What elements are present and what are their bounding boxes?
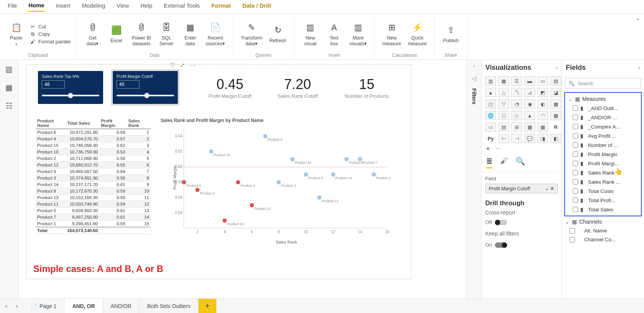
collapse-ribbon-button[interactable]: ⌃: [636, 18, 640, 24]
data-point[interactable]: [236, 180, 240, 185]
more-icon[interactable]: ⋯: [191, 62, 196, 69]
ribbon-tab-home[interactable]: Home: [28, 2, 44, 12]
viz-type-icon[interactable]: ▲: [485, 88, 496, 97]
col-header[interactable]: Sales Rank: [127, 118, 151, 129]
sql-button[interactable]: 🗄SQL Server: [156, 20, 177, 48]
scatter-chart[interactable]: Sales Rank and Profit Margin by Product …: [161, 118, 398, 244]
viz-type-icon[interactable]: 〽: [511, 88, 522, 97]
viz-type-icon[interactable]: Py: [485, 134, 496, 143]
table-row[interactable]: Product 1110,003,749.900.5912: [36, 201, 151, 208]
viz-type-icon[interactable]: ◪: [550, 88, 561, 97]
viz-type-icon[interactable]: ◐: [537, 99, 548, 109]
new-measure-button[interactable]: ⊞New measure: [380, 20, 404, 48]
viz-type-icon[interactable]: ▦: [498, 76, 509, 86]
viz-type-icon[interactable]: ◉: [524, 99, 535, 109]
diamond-icon[interactable]: ◈: [486, 145, 490, 151]
field-checkbox[interactable]: [573, 115, 578, 120]
field-checkbox[interactable]: [573, 207, 578, 212]
viz-type-icon[interactable]: △: [498, 88, 509, 97]
table-row[interactable]: Product 810,172,670.300.5910: [36, 188, 151, 194]
tab-next-button[interactable]: ▸: [12, 299, 23, 313]
new-visual-button[interactable]: ▥New visual: [300, 20, 321, 48]
data-point[interactable]: [317, 196, 322, 200]
viz-type-icon[interactable]: ◇: [511, 111, 522, 120]
field-item[interactable]: ▮Profit Margin: [566, 150, 640, 159]
slicer-handle[interactable]: [144, 93, 150, 98]
pbi-datasets-button[interactable]: 🛢Power BI datasets: [130, 20, 154, 48]
viz-type-icon[interactable]: ▽: [498, 99, 509, 109]
data-point[interactable]: [277, 180, 281, 185]
ribbon-tab-external-tools[interactable]: External Tools: [164, 2, 200, 11]
field-item[interactable]: ▮Total Sales: [566, 205, 640, 214]
field-pill[interactable]: Profit Margin Cutoff ⌄ ✕: [485, 184, 558, 193]
data-point[interactable]: [182, 180, 186, 185]
viz-type-icon[interactable]: ⊣: [511, 134, 522, 143]
field-checkbox[interactable]: [573, 152, 578, 157]
more-visuals-button[interactable]: ▥More visuals▾: [347, 20, 369, 48]
viz-type-icon[interactable]: 🌐: [485, 111, 496, 120]
viz-type-icon[interactable]: ⬡: [498, 111, 509, 120]
ribbon-tab-format[interactable]: Format: [211, 2, 231, 11]
field-checkbox[interactable]: [573, 179, 578, 185]
viz-type-icon[interactable]: 💬: [524, 134, 535, 143]
page-tab[interactable]: AND/OR: [103, 299, 140, 313]
slicer-track[interactable]: [117, 95, 174, 96]
table-row[interactable]: Product 79,497,250.000.6114: [36, 214, 151, 221]
ribbon-tab-insert[interactable]: Insert: [56, 2, 71, 11]
filters-label[interactable]: Filters: [471, 88, 477, 104]
viz-type-icon[interactable]: ◩: [537, 88, 548, 97]
field-checkbox[interactable]: [570, 237, 575, 242]
field-checkbox[interactable]: [573, 124, 578, 129]
data-point[interactable]: [371, 173, 376, 177]
viz-type-icon[interactable]: ◠: [537, 111, 548, 120]
viz-type-icon[interactable]: ☰: [511, 76, 522, 86]
model-view-icon[interactable]: ☷: [6, 101, 13, 110]
table-row[interactable]: Product 210,711,068.900.585: [36, 155, 151, 162]
field-checkbox[interactable]: [573, 133, 578, 138]
field-item[interactable]: ▮Avg Profit ...: [566, 131, 640, 140]
ribbon-tab-data-drill[interactable]: Data / Drill: [242, 2, 271, 11]
report-canvas[interactable]: ▽ ⤢ ⋯ Sales Rank Top N% 48 Profit Margin…: [26, 64, 411, 279]
refresh-button[interactable]: ↻Refresh: [267, 23, 289, 45]
ribbon-tab-file[interactable]: File: [8, 2, 17, 11]
viz-type-icon[interactable]: ◔: [511, 99, 522, 109]
page-tab[interactable]: Both Sets Outliers: [140, 299, 199, 313]
viz-type-icon[interactable]: ⊞: [511, 122, 522, 132]
fields-tab-icon[interactable]: ≣: [486, 156, 493, 168]
slicer-track[interactable]: [42, 95, 99, 96]
fields-search[interactable]: 🔍 Search: [565, 78, 641, 89]
viz-type-icon[interactable]: ▦: [550, 111, 561, 120]
data-point[interactable]: [250, 203, 254, 208]
col-header[interactable]: Profit Margin: [99, 118, 127, 129]
field-item[interactable]: ▮_AND/OR ...: [566, 113, 640, 122]
eye-icon[interactable]: ◁: [472, 75, 476, 82]
viz-type-icon[interactable]: ▦: [537, 122, 548, 132]
viz-type-icon[interactable]: ▬: [524, 76, 535, 86]
viz-type-icon[interactable]: ▦: [550, 99, 561, 109]
viz-type-icon[interactable]: ▲: [524, 111, 535, 120]
transform-button[interactable]: ✎Transform data▾: [238, 20, 265, 48]
table-row[interactable]: Product 910,465,567.500.647: [36, 168, 151, 175]
table-row[interactable]: Product 19,398,451.800.5915: [36, 221, 151, 227]
page-tab[interactable]: AND, OR: [64, 299, 103, 313]
table-row[interactable]: Product 1410,237,171.200.619: [36, 181, 151, 188]
channels-header[interactable]: ⌄ ▦ Channels: [563, 217, 643, 226]
viz-type-icon[interactable]: ◨: [537, 134, 548, 143]
data-point[interactable]: [209, 150, 213, 154]
data-point[interactable]: [304, 173, 308, 177]
viz-type-icon[interactable]: ◧: [550, 134, 561, 143]
report-view-icon[interactable]: ▥: [5, 64, 13, 74]
field-item[interactable]: ▮Total Costs: [566, 186, 640, 196]
slicer-value[interactable]: 48: [42, 80, 65, 89]
table-row[interactable]: Product 1510,746,056.300.623: [36, 142, 151, 149]
tab-prev-button[interactable]: ◂: [0, 299, 12, 313]
table-row[interactable]: Product 1310,152,168.300.5611: [36, 194, 151, 201]
viz-type-icon[interactable]: R: [550, 122, 561, 132]
ribbon-tab-modeling[interactable]: Modeling: [82, 2, 105, 11]
publish-button[interactable]: ⇪Publish: [440, 23, 462, 45]
ribbon-tab-view[interactable]: View: [117, 2, 129, 11]
viz-type-icon[interactable]: ⊿: [524, 88, 535, 97]
field-item[interactable]: ▮Number of ...: [566, 140, 640, 150]
table-row[interactable]: Product 1010,736,750.000.534: [36, 149, 151, 155]
slicer-handle[interactable]: [68, 93, 73, 98]
